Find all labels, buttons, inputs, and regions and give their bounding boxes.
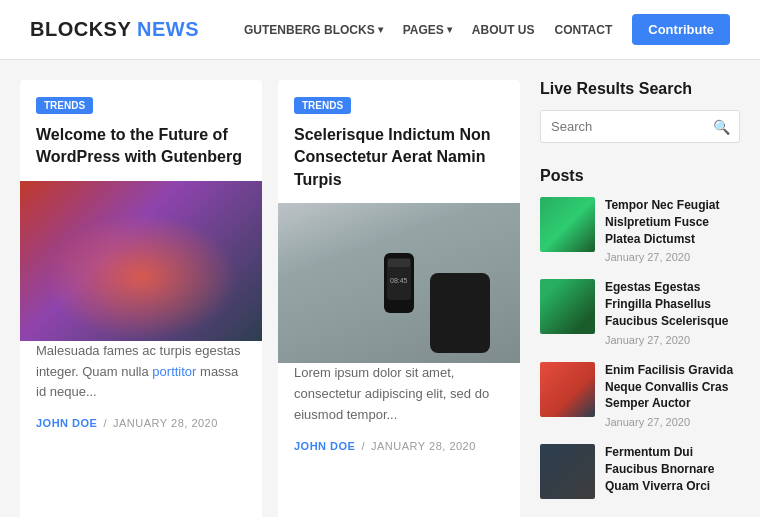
post-date-1: January 27, 2020 <box>605 251 740 263</box>
article-image-2: 08:45 <box>278 203 520 363</box>
post-title-2[interactable]: Egestas Egestas Fringilla Phasellus Fauc… <box>605 279 740 329</box>
trends-badge-1: TRENDS <box>36 97 93 114</box>
contribute-button[interactable]: Contribute <box>632 14 730 45</box>
post-title-1[interactable]: Tempor Nec Feugiat Nislpretium Fusce Pla… <box>605 197 740 247</box>
nav-pages[interactable]: PAGES <box>403 23 452 37</box>
article-card-2: TRENDS Scelerisque Indictum Non Consecte… <box>278 80 520 517</box>
excerpt-link-1[interactable]: porttitor <box>152 364 196 379</box>
article-excerpt-1: Malesuada fames ac turpis egestas intege… <box>20 341 262 403</box>
sidebar: Live Results Search 🔍 Posts Tempor Nec F… <box>540 80 740 517</box>
search-section-title: Live Results Search <box>540 80 740 98</box>
posts-section-title: Posts <box>540 167 740 185</box>
post-item-1: Tempor Nec Feugiat Nislpretium Fusce Pla… <box>540 197 740 263</box>
post-item-3: Enim Facilisis Gravida Neque Convallis C… <box>540 362 740 428</box>
post-thumb-1 <box>540 197 595 252</box>
search-box: 🔍 <box>540 110 740 143</box>
post-item-2: Egestas Egestas Fringilla Phasellus Fauc… <box>540 279 740 345</box>
article-card-inner-2: TRENDS Scelerisque Indictum Non Consecte… <box>278 80 520 191</box>
site-logo[interactable]: BLOCKSY NEWS <box>30 18 199 41</box>
article-image-1 <box>20 181 262 341</box>
post-info-1: Tempor Nec Feugiat Nislpretium Fusce Pla… <box>605 197 740 263</box>
post-date-2: January 27, 2020 <box>605 334 740 346</box>
post-thumb-2 <box>540 279 595 334</box>
post-date-3: January 27, 2020 <box>605 416 740 428</box>
article-title-1[interactable]: Welcome to the Future of WordPress with … <box>36 124 246 169</box>
post-title-4[interactable]: Fermentum Dui Faucibus Bnornare Quam Viv… <box>605 444 740 494</box>
search-icon[interactable]: 🔍 <box>713 119 730 135</box>
article-author-1: JOHN DOE <box>36 417 97 429</box>
post-thumb-4 <box>540 444 595 499</box>
post-info-3: Enim Facilisis Gravida Neque Convallis C… <box>605 362 740 428</box>
meta-divider-1: / <box>103 417 107 429</box>
article-card-1: TRENDS Welcome to the Future of WordPres… <box>20 80 262 517</box>
watch-svg: 08:45 <box>374 248 424 318</box>
article-excerpt-2: Lorem ipsum dolor sit amet, consectetur … <box>278 363 520 425</box>
post-title-3[interactable]: Enim Facilisis Gravida Neque Convallis C… <box>605 362 740 412</box>
nav-about-us[interactable]: ABOUT US <box>472 23 535 37</box>
search-section: Live Results Search 🔍 <box>540 80 740 143</box>
nav-contact[interactable]: CONTACT <box>555 23 613 37</box>
main-content: TRENDS Welcome to the Future of WordPres… <box>0 60 760 517</box>
article-meta-2: JOHN DOE / JANUARY 28, 2020 <box>278 440 520 452</box>
article-card-inner-1: TRENDS Welcome to the Future of WordPres… <box>20 80 262 169</box>
articles-column: TRENDS Welcome to the Future of WordPres… <box>20 80 520 517</box>
posts-section: Posts Tempor Nec Feugiat Nislpretium Fus… <box>540 167 740 499</box>
nav-gutenberg-blocks[interactable]: GUTENBERG BLOCKS <box>244 23 383 37</box>
header: BLOCKSY NEWS GUTENBERG BLOCKS PAGES ABOU… <box>0 0 760 60</box>
svg-rect-2 <box>388 259 410 267</box>
post-item-4: Fermentum Dui Faucibus Bnornare Quam Viv… <box>540 444 740 499</box>
main-nav: GUTENBERG BLOCKS PAGES ABOUT US CONTACT … <box>244 14 730 45</box>
meta-divider-2: / <box>361 440 365 452</box>
article-meta-1: JOHN DOE / JANUARY 28, 2020 <box>20 417 262 429</box>
article-title-2[interactable]: Scelerisque Indictum Non Consectetur Aer… <box>294 124 504 191</box>
search-input[interactable] <box>540 110 740 143</box>
article-date-2: JANUARY 28, 2020 <box>371 440 476 452</box>
article-author-2: JOHN DOE <box>294 440 355 452</box>
article-date-1: JANUARY 28, 2020 <box>113 417 218 429</box>
post-info-4: Fermentum Dui Faucibus Bnornare Quam Viv… <box>605 444 740 498</box>
trends-badge-2: TRENDS <box>294 97 351 114</box>
post-info-2: Egestas Egestas Fringilla Phasellus Fauc… <box>605 279 740 345</box>
svg-text:08:45: 08:45 <box>390 277 408 284</box>
post-thumb-3 <box>540 362 595 417</box>
